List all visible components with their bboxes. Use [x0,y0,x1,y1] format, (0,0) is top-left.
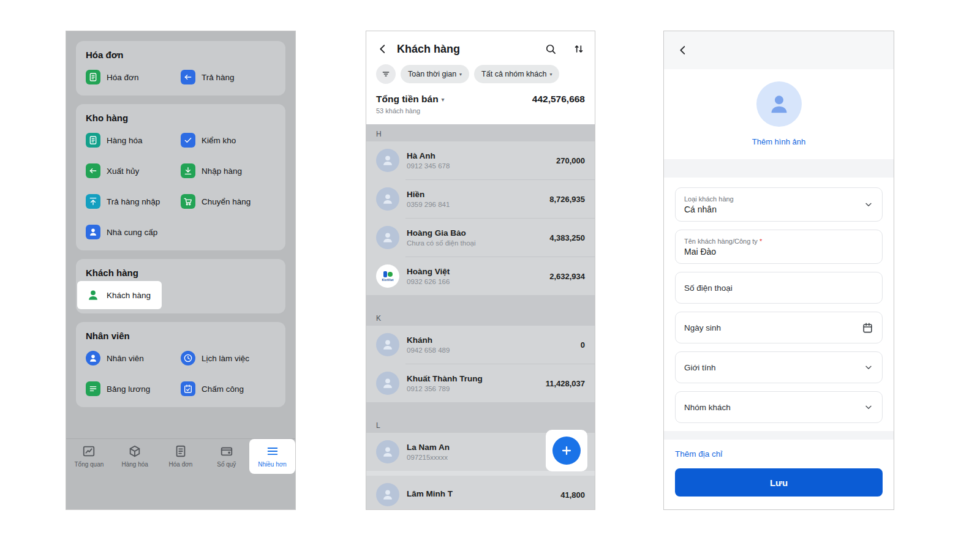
supplier-icon [86,225,100,239]
menu-section-invoices: Hóa đơn Hóa đơn Trả hàng [76,41,285,96]
menu-item-bang-luong[interactable]: Bảng lương [86,381,181,396]
customer-row[interactable]: KiotViet Hoàng Việt 0932 626 166 2,632,9… [366,257,595,295]
customer-name: Hà Anh [407,151,549,160]
customer-name: Hoàng Việt [407,267,542,276]
section-title: Kho hàng [86,113,276,123]
chevron-left-icon [376,42,390,56]
chevron-down-icon: ▾ [549,72,552,77]
add-photo-link[interactable]: Thêm hình ảnh [748,137,809,147]
chevron-down-icon [864,200,873,209]
customer-phone: 0912 356 789 [407,385,538,392]
nav-item-hang-hoa[interactable]: Hàng hóa [112,444,158,468]
kiotviet-logo-avatar: KiotViet [376,264,399,288]
customer-amount: 8,726,935 [549,195,585,204]
page-title: Khách hàng [397,43,460,56]
customer-row[interactable]: Hiền 0359 296 841 8,726,935 [366,180,595,218]
avatar [376,440,399,463]
menu-item-hoa-don[interactable]: Hóa đơn [86,70,181,84]
menu-item-label: Hàng hóa [107,136,143,145]
customer-row[interactable]: Hoàng Gia Bảo Chưa có số điện thoại 4,38… [366,219,595,257]
customer-row[interactable]: Khánh 0942 658 489 0 [366,326,595,364]
nav-item-so-quy[interactable]: Số quỹ [203,444,249,468]
field-placeholder: Ngày sinh [684,323,721,332]
invoice-icon [86,70,100,84]
back-button[interactable] [376,42,390,56]
nav-item-hoa-don[interactable]: Hóa đơn [158,444,204,468]
summary-value: 442,576,668 [532,94,585,105]
fab-highlight-box [546,430,587,471]
form-topbar [664,31,894,69]
kiotviet-logo-icon [383,271,393,277]
menu-item-label: Hóa đơn [107,73,138,82]
customer-phone: 0912 345 678 [407,162,549,170]
customer-name: La Nam An [407,443,539,452]
bottom-nav: Tổng quan Hàng hóa Hóa đơn Số quỹ Nhiều … [66,438,295,489]
menu-item-tra-hang[interactable]: Trả hàng [181,70,276,84]
plus-icon [560,444,573,457]
customer-name: Hiền [407,190,542,199]
customer-phone: 097215xxxxx [407,454,539,461]
menu-item-khach-hang[interactable]: Khách hàng [77,281,162,309]
dob-field[interactable]: Ngày sinh [675,312,883,343]
menu-item-cham-cong[interactable]: Chấm công [181,381,276,396]
menu-item-hang-hoa[interactable]: Hàng hóa [86,133,181,148]
payroll-icon [86,381,100,396]
customer-list-screen: Khách hàng Toàn thời gian ▾ Tất cả nhóm … [366,31,595,510]
person-icon [381,192,394,206]
calendar-icon [862,322,873,334]
menu-item-label: Trả hàng nhập [107,197,160,206]
nav-item-nhieu-hon[interactable]: Nhiều hơn [249,439,295,474]
menu-item-nhan-vien[interactable]: Nhân viên [86,351,181,365]
menu-item-label: Xuất hủy [107,167,139,176]
sort-button[interactable] [573,43,585,55]
customer-row[interactable]: Khuất Thành Trung 0912 356 789 11,428,03… [366,364,595,402]
customer-count: 53 khách hàng [376,107,585,114]
menu-item-kiem-kho[interactable]: Kiểm kho [181,133,276,148]
search-button[interactable] [545,43,557,55]
time-filter-chip[interactable]: Toàn thời gian ▾ [401,65,469,83]
nav-item-tong-quan[interactable]: Tổng quan [66,444,112,468]
add-customer-fab[interactable] [552,437,581,465]
add-customer-screen: Thêm hình ảnh Loại khách hàng Cá nhân Tê… [663,31,894,510]
add-address-link[interactable]: Thêm địa chỉ [675,449,722,459]
field-label: Loại khách hàng [684,195,734,203]
back-button[interactable] [676,43,690,57]
invoices-icon [174,444,187,458]
schedule-icon [181,351,195,365]
menu-section-staff: Nhân viên Nhân viên Lịch làm việc Bảng l… [76,322,285,407]
name-label-text: Tên khách hàng/Công ty [684,238,758,245]
customer-group-field[interactable]: Nhóm khách [675,391,883,423]
menu-item-label: Nhân viên [107,354,144,363]
menu-item-tra-hang-nhap[interactable]: Trả hàng nhập [86,194,181,209]
menu-item-chuyen-hang[interactable]: Chuyển hàng [181,194,276,209]
save-button[interactable]: Lưu [675,468,883,497]
person-icon [381,338,394,351]
group-separator [366,295,595,309]
customer-phone: 0932 626 166 [407,278,542,285]
menu-item-lich-lam-viec[interactable]: Lịch làm việc [181,351,276,365]
menu-item-label: Chuyển hàng [202,197,251,206]
customer-row[interactable]: Hà Anh 0912 345 678 270,000 [366,141,595,179]
group-filter-chip[interactable]: Tất cả nhóm khách ▾ [474,65,559,83]
customer-avatar-placeholder [756,81,802,127]
customer-phone: Chưa có số điện thoại [407,239,542,247]
customer-row[interactable]: Lâm Minh T 41,800 [366,476,595,509]
customer-amount: 41,800 [560,490,585,500]
chevron-down-icon [864,362,873,372]
menu-item-nhap-hang[interactable]: Nhập hàng [181,163,276,178]
avatar [376,149,399,172]
menu-item-xuat-huy[interactable]: Xuất hủy [86,163,181,178]
person-icon [381,154,394,167]
section-title: Nhân viên [86,331,276,341]
filter-button[interactable] [376,64,396,84]
search-icon [545,43,557,55]
customer-name-field[interactable]: Tên khách hàng/Công ty * Mai Đào [675,230,883,264]
menu-item-nha-cung-cap[interactable]: Nhà cung cấp [86,225,181,239]
filter-icon [381,69,391,79]
nav-label: Hóa đơn [169,461,193,468]
customer-type-field[interactable]: Loại khách hàng Cá nhân [675,187,883,222]
phone-field[interactable]: Số điện thoại [675,272,883,304]
summary-label[interactable]: Tổng tiền bán [376,94,439,105]
customer-name: Hoàng Gia Bảo [407,228,542,238]
gender-field[interactable]: Giới tính [675,351,883,383]
